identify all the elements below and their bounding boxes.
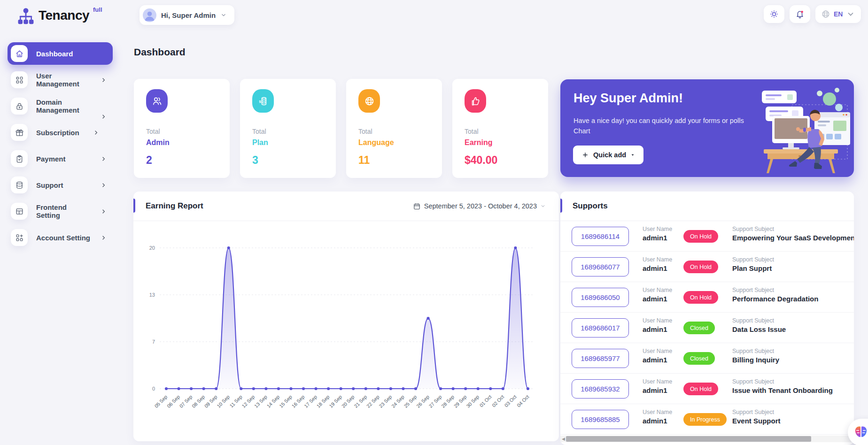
svg-text:23 Sep: 23 Sep: [378, 394, 393, 409]
date-range-text: September 5, 2023 - October 4, 2023: [424, 202, 537, 210]
svg-text:22 Sep: 22 Sep: [365, 394, 380, 409]
stat-name: Earning: [465, 138, 536, 147]
coins-icon: $: [258, 96, 269, 107]
svg-text:14 Sep: 14 Sep: [265, 394, 280, 409]
ticket-id-button[interactable]: 1689686050: [572, 288, 629, 307]
ticket-id-button[interactable]: 1689685977: [572, 349, 629, 368]
svg-text:12 Sep: 12 Sep: [240, 394, 256, 409]
support-subject-value: Billing Inquiry: [732, 356, 779, 364]
earning-report-header: Earning Report September 5, 2023 - Octob…: [133, 192, 559, 221]
chevron-right-icon: [93, 129, 100, 136]
horizontal-scrollbar[interactable]: ◀: [560, 436, 854, 442]
user-grid-icon: [15, 76, 24, 84]
support-subject-value: Plan Supprt: [732, 264, 774, 272]
plus-icon: [581, 151, 589, 159]
svg-text:16 Sep: 16 Sep: [290, 394, 305, 409]
support-row: 1689686050 User Name admin1 On Hold Supp…: [560, 282, 854, 313]
avatar: [143, 8, 156, 22]
support-subject-label: Support Subject: [732, 256, 774, 263]
stat-value: 11: [358, 154, 430, 167]
language-selector[interactable]: EN: [815, 5, 861, 23]
support-row: 1689685977 User Name admin1 Closed Suppo…: [560, 343, 854, 374]
support-subject-label: Support Subject: [732, 287, 818, 293]
status-badge: On Hold: [683, 230, 718, 243]
status-badge: In Progress: [683, 413, 727, 426]
stat-prefix: Total: [465, 128, 536, 135]
svg-text:02 Oct: 02 Oct: [491, 394, 505, 408]
globe-icon: [821, 9, 830, 19]
sidebar-item-dashboard[interactable]: Dashboard: [8, 42, 113, 65]
welcome-banner: Hey Super Admin! Have a nice day! you ca…: [560, 79, 854, 177]
svg-text:20 Sep: 20 Sep: [341, 394, 356, 409]
svg-text:13 Sep: 13 Sep: [253, 394, 268, 409]
svg-text:10 Sep: 10 Sep: [216, 394, 231, 409]
support-subject-value: Performance Degradation: [732, 295, 818, 303]
quick-add-button[interactable]: Quick add: [573, 146, 643, 164]
sidebar-item-frontend-setting[interactable]: Frontend Setting: [8, 200, 113, 222]
ticket-id-button[interactable]: 1689686114: [572, 227, 629, 246]
clipboard-icon: [15, 154, 24, 163]
stat-name: Plan: [252, 138, 324, 147]
sidebar-item-domain-management[interactable]: Domain Management: [8, 95, 113, 117]
svg-text:05 Sep: 05 Sep: [153, 394, 168, 409]
accent-bar: [133, 199, 135, 213]
stat-value: 3: [252, 154, 324, 167]
earning-report-title: Earning Report: [146, 201, 203, 211]
svg-text:7: 7: [152, 339, 155, 345]
svg-text:11 Sep: 11 Sep: [228, 394, 243, 409]
sidebar-nav: Dashboard User Management Domain Managem…: [8, 42, 113, 253]
theme-toggle-button[interactable]: [764, 5, 784, 23]
sidebar-item-support[interactable]: Support: [8, 174, 113, 196]
support-subject-label: Support Subject: [732, 378, 833, 385]
chevron-down-icon: [220, 12, 227, 18]
welcome-subtitle: Have a nice day! you can quickly add you…: [574, 115, 744, 137]
brand-name: Tenancy: [39, 6, 89, 25]
calendar-icon: [413, 202, 421, 210]
notifications-button[interactable]: [790, 5, 810, 23]
svg-text:19 Sep: 19 Sep: [328, 394, 343, 409]
dashboard-page: Tenancy full Hi, Super Admin EN: [0, 0, 868, 445]
chevron-right-icon: [100, 155, 107, 162]
supports-title: Supports: [573, 201, 608, 211]
users-icon: [152, 96, 163, 107]
page-title: Dashboard: [134, 46, 186, 58]
svg-text:06 Sep: 06 Sep: [166, 394, 181, 409]
user-name-value: admin1: [643, 264, 672, 272]
support-subject-value: Event Support: [732, 417, 781, 425]
svg-text:20: 20: [149, 245, 155, 251]
globe-icon: [364, 96, 375, 107]
svg-text:25 Sep: 25 Sep: [403, 394, 418, 409]
svg-text:0: 0: [152, 386, 155, 391]
earning-report-card: Earning Report September 5, 2023 - Octob…: [133, 192, 559, 441]
ticket-id-button[interactable]: 1689686017: [572, 318, 629, 338]
sidebar-item-user-management[interactable]: User Management: [8, 69, 113, 91]
sidebar-item-payment[interactable]: Payment: [8, 147, 113, 170]
stat-prefix: Total: [358, 128, 430, 135]
date-range-picker[interactable]: September 5, 2023 - October 4, 2023: [413, 202, 546, 210]
app-logo: Tenancy full: [17, 6, 102, 26]
ticket-id-button[interactable]: 1689685932: [572, 379, 629, 399]
user-menu[interactable]: Hi, Super Admin: [140, 5, 234, 25]
support-subject-value: Empowering Your SaaS Development: [732, 234, 854, 242]
sidebar-item-subscription[interactable]: Subscription: [8, 121, 113, 144]
support-subject-label: Support Subject: [732, 409, 781, 415]
user-name-label: User Name: [643, 317, 672, 324]
ticket-id-button[interactable]: 1689686077: [572, 257, 629, 276]
workspace-illustration: [758, 82, 851, 174]
user-name-value: admin1: [643, 417, 672, 425]
user-name-value: admin1: [643, 234, 672, 242]
scrollbar-thumb[interactable]: [566, 436, 811, 442]
svg-text:30 Sep: 30 Sep: [465, 394, 480, 409]
stat-prefix: Total: [252, 128, 324, 135]
grid-plus-icon: [15, 233, 24, 242]
support-row: 1689685932 User Name admin1 On Hold Supp…: [560, 374, 854, 404]
chevron-right-icon: [100, 234, 107, 241]
sidebar-item-account-setting[interactable]: Account Setting: [8, 226, 113, 249]
chevron-right-icon: [100, 77, 107, 84]
svg-text:09 Sep: 09 Sep: [203, 394, 218, 409]
support-subject-label: Support Subject: [732, 348, 779, 354]
ticket-id-button[interactable]: 1689685885: [572, 410, 629, 429]
user-name-label: User Name: [643, 409, 672, 415]
svg-text:26 Sep: 26 Sep: [415, 394, 430, 409]
user-name-label: User Name: [643, 256, 672, 263]
